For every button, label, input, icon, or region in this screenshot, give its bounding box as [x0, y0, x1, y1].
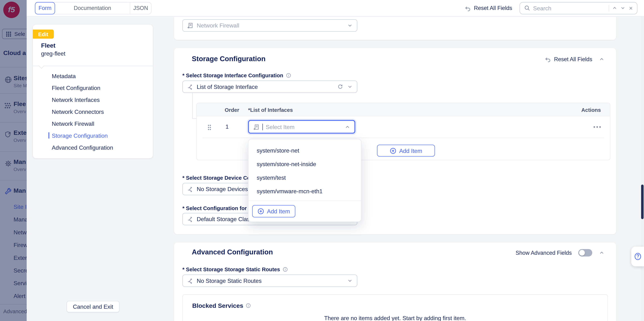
divider [608, 5, 609, 11]
static-routes-select[interactable]: No Storage Static Routes [182, 274, 357, 287]
info-icon[interactable] [286, 73, 291, 78]
step-fleet-configuration[interactable]: Fleet Configuration [33, 82, 153, 94]
column-actions: Actions [581, 103, 601, 116]
toggle-knob [579, 250, 585, 256]
refresh-icon[interactable] [337, 84, 343, 90]
reset-all-fields-label: Reset All Fields [474, 5, 512, 11]
step-network-firewall[interactable]: Network Firewall [33, 118, 153, 129]
blocked-services-title: Blocked Services [192, 302, 251, 309]
tab-form[interactable]: Form [35, 2, 55, 14]
question-mark-icon [634, 252, 642, 261]
search-prev-icon[interactable] [612, 6, 618, 11]
object-name: greg-fleet [41, 50, 65, 57]
search-next-icon[interactable] [620, 6, 626, 11]
popover-add-item-button[interactable]: Add Item [252, 205, 295, 217]
column-order: Order [225, 103, 239, 116]
collapse-section-icon[interactable] [599, 56, 604, 62]
storage-configuration-card: Storage Configuration Reset All Fields *… [174, 48, 616, 234]
interface-options-popover: system/store-net system/store-net-inside… [248, 139, 362, 222]
console-sidebar: f5 Sele Cloud a Sites Site M Flee Overv [0, 0, 27, 321]
chevron-down-icon [347, 278, 353, 284]
select-item-icon [187, 22, 193, 29]
chevron-down-notch [39, 63, 44, 69]
step-storage-configuration[interactable]: Storage Configuration [33, 129, 153, 141]
search-icon [524, 5, 530, 11]
static-routes-select-value: No Storage Static Routes [197, 277, 262, 284]
wizard-steps: Metadata Fleet Configuration Network Int… [33, 70, 153, 153]
drag-handle-icon[interactable] [208, 124, 212, 131]
plus-circle-icon [258, 208, 264, 214]
step-network-interfaces[interactable]: Network Interfaces [33, 94, 153, 106]
add-interface-row-label: Add Item [399, 147, 422, 154]
advanced-section-title: Advanced Configuration [192, 248, 273, 256]
form-topbar: Form Documentation JSON Reset All Fields [27, 0, 644, 17]
add-interface-row-button[interactable]: Add Item [377, 145, 435, 157]
static-routes-label: * Select Storage Storage Static Routes [182, 266, 288, 272]
step-network-connectors[interactable]: Network Connectors [33, 106, 153, 118]
reset-all-fields-button[interactable]: Reset All Fields [464, 5, 512, 11]
show-advanced-fields-toggle[interactable] [578, 249, 592, 256]
option-store-net-inside[interactable]: system/store-net-inside [248, 157, 361, 171]
divider [202, 138, 604, 138]
divider [248, 201, 361, 201]
info-icon[interactable] [282, 267, 288, 272]
storage-interface-label: * Select Storage Interface Configuration [182, 72, 291, 79]
view-tabs: Form Documentation JSON [35, 2, 152, 14]
search-box [520, 2, 638, 14]
row-order-value: 1 [226, 123, 229, 130]
chevron-up-icon [345, 124, 350, 130]
help-button[interactable] [631, 247, 644, 266]
search-input[interactable] [533, 5, 606, 11]
divider [33, 66, 153, 66]
cancel-and-exit-button[interactable]: Cancel and Exit [66, 301, 120, 312]
storage-reset-all-fields-button[interactable]: Reset All Fields [545, 56, 592, 62]
storage-class-select-value: Default Storage Clas [197, 216, 250, 222]
tab-json[interactable]: JSON [130, 2, 151, 14]
undo-icon [464, 5, 471, 11]
scrollbar-thumb[interactable] [641, 185, 644, 219]
table-row: 1 Select Item [197, 116, 610, 138]
storage-reset-all-fields-label: Reset All Fields [554, 56, 592, 62]
row-more-actions-button[interactable] [594, 126, 601, 128]
storage-class-label: * Select Configuration for St [182, 205, 254, 211]
interface-select-combobox[interactable]: Select Item [248, 120, 355, 133]
connector-line [192, 93, 192, 118]
connector-line [192, 118, 196, 119]
info-icon[interactable] [246, 303, 251, 308]
blocked-services-empty-text: There are no items added yet. Start by a… [183, 315, 608, 321]
branch-choice-icon [187, 186, 193, 192]
collapse-section-icon[interactable] [599, 250, 604, 256]
branch-choice-icon [187, 216, 193, 222]
storage-interface-select[interactable]: List of Storage Interface [182, 81, 357, 93]
option-test[interactable]: system/test [248, 171, 361, 184]
option-vmware-mcn-eth1[interactable]: system/vmware-mcn-eth1 [248, 184, 361, 198]
undo-icon [545, 56, 551, 62]
tab-documentation[interactable]: Documentation [55, 2, 130, 14]
network-firewall-select[interactable]: Network Firewall [182, 19, 357, 32]
advanced-configuration-card: Advanced Configuration Show Advanced Fie… [174, 242, 616, 321]
option-store-net[interactable]: system/store-net [248, 143, 361, 157]
storage-interface-label-text: * Select Storage Interface Configuration [182, 72, 283, 79]
text-cursor [262, 124, 263, 130]
blocked-services-title-text: Blocked Services [192, 302, 243, 309]
storage-section-title: Storage Configuration [192, 55, 266, 63]
screen: f5 Sele Cloud a Sites Site M Flee Overv [0, 0, 644, 321]
step-advanced-configuration[interactable]: Advanced Configuration [33, 141, 153, 153]
column-list-of-interfaces: *List of Interfaces [248, 103, 293, 116]
select-item-icon [253, 124, 260, 130]
storage-device-select-value: No Storage Devices [197, 186, 248, 192]
search-clear-icon[interactable] [628, 6, 633, 11]
network-firewall-card: Network Firewall [174, 17, 616, 40]
storage-device-label: * Select Storage Device Con [182, 175, 254, 181]
storage-class-label-text: * Select Configuration for St [182, 205, 254, 211]
scrollbar-track [641, 17, 644, 321]
storage-interface-select-value: List of Storage Interface [197, 83, 258, 90]
modal-dim-overlay [0, 0, 27, 321]
static-routes-label-text: * Select Storage Storage Static Routes [182, 266, 280, 272]
branch-choice-icon [187, 83, 193, 90]
interface-select-placeholder: Select Item [266, 124, 294, 130]
edit-badge: Edit [33, 30, 54, 39]
interfaces-table-header: Order *List of Interfaces Actions [197, 103, 610, 116]
chevron-down-icon [347, 23, 353, 28]
step-metadata[interactable]: Metadata [33, 70, 153, 82]
